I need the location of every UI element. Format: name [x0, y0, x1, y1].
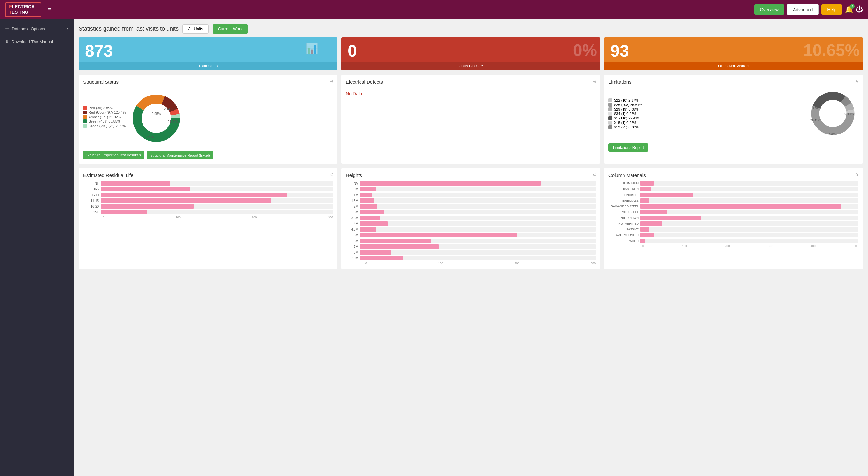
col-bar-fill: [641, 216, 702, 220]
structural-status-panel: Structural Status 🖨 Red (30) 3.85% Red (…: [79, 75, 338, 164]
limit-label-x19: X19 (25) 6.68%: [614, 125, 638, 129]
print-structural-icon[interactable]: 🖨: [329, 78, 334, 84]
advanced-button[interactable]: Advanced: [787, 4, 819, 15]
life-bar-track: [101, 193, 333, 197]
heights-bar-row: 1.5M: [346, 198, 596, 203]
heights-bar-fill: [360, 221, 388, 226]
col-bar-row: NOT KNOWN: [609, 216, 859, 220]
tab-current-work[interactable]: Current Work: [213, 24, 248, 34]
heights-bar-track: [360, 244, 596, 249]
life-bar-fill: [101, 204, 194, 209]
legend-dot-amber: [83, 115, 87, 119]
overview-button[interactable]: Overview: [754, 4, 784, 15]
col-bar-row: NOT VERIFIED: [609, 221, 859, 226]
col-bar-track: [641, 221, 859, 226]
sidebar-item-download-manual[interactable]: ⬇ Download The Manual: [0, 35, 73, 48]
svg-text:21.92%: 21.92%: [168, 120, 179, 124]
life-bar-fill: [101, 187, 190, 191]
content-area: Statistics gained from last visits to un…: [73, 19, 868, 476]
download-icon: ⬇: [5, 39, 9, 44]
life-bar-label: 6-10: [83, 193, 101, 197]
estimated-life-chart: NT 0-5 6-10 11-15 16-20 25+: [83, 181, 333, 214]
sidebar-label-database: Database Options: [12, 27, 45, 31]
estimated-life-panel: Estimated Residual Life 🖨 NT 0-5 6-10 11…: [79, 168, 338, 269]
legend-dot-red: [83, 106, 87, 110]
on-site-card: 0% 0 Units On Site: [341, 37, 600, 70]
life-bar-row: 25+: [83, 210, 333, 214]
limit-label-s29: S29 (19) 5.08%: [614, 107, 638, 111]
heights-bar-label: 6M: [346, 239, 360, 243]
life-bar-fill: [101, 193, 287, 197]
heights-bar-label: 2M: [346, 205, 360, 208]
heights-bar-row: 3.5M: [346, 216, 596, 220]
heights-bar-label: 8M: [346, 251, 360, 254]
life-bar-track: [101, 210, 333, 214]
electrical-defects-panel: Electrical Defects 🖨 No Data: [341, 75, 600, 164]
col-bar-row: MILD STEEL: [609, 210, 859, 214]
heights-bar-fill: [360, 210, 384, 214]
panel-row-2: Estimated Residual Life 🖨 NT 0-5 6-10 11…: [79, 168, 863, 269]
on-site-value: 0: [348, 42, 594, 59]
col-bar-label: NOT VERIFIED: [609, 222, 641, 225]
total-units-label: Total Units: [79, 62, 338, 70]
total-units-value: 873: [85, 42, 331, 59]
col-bar-row: CONCRETE: [609, 193, 859, 197]
heights-bar-fill: [360, 204, 377, 209]
heights-bar-fill: [360, 193, 372, 197]
col-bar-track: [641, 181, 859, 186]
power-icon[interactable]: ⏻: [856, 5, 863, 14]
structural-maintenance-button[interactable]: Structural Maintenance Report (Excel): [147, 151, 213, 159]
life-bar-track: [101, 181, 333, 186]
svg-text:58.85%: 58.85%: [143, 135, 154, 139]
col-bar-fill: [641, 233, 654, 237]
estimated-life-title: Estimated Residual Life: [83, 172, 333, 178]
col-bar-row: CAST IRON: [609, 187, 859, 191]
col-bar-label: MILD STEEL: [609, 211, 641, 214]
limit-dot-s34: [609, 112, 612, 116]
life-bar-track: [101, 187, 333, 191]
col-bar-label: WOOD: [609, 239, 641, 243]
print-heights-icon[interactable]: 🖨: [592, 172, 596, 177]
col-bar-label: PASSIVE: [609, 228, 641, 231]
help-button[interactable]: Help: [822, 4, 842, 15]
sidebar: ☰ Database Options ‹ ⬇ Download The Manu…: [0, 19, 73, 476]
nav-buttons: Overview Advanced Help 🔔 4 ⏻: [754, 4, 863, 15]
col-bar-track: [641, 216, 859, 220]
svg-text:5.08%: 5.08%: [829, 133, 837, 136]
print-life-icon[interactable]: 🖨: [329, 172, 334, 177]
col-bar-label: ALUMINIUM: [609, 182, 641, 185]
col-bar-track: [641, 227, 859, 232]
limit-label-s34: S34 (1) 0.27%: [614, 112, 636, 116]
col-bar-row: WALL MOUNTED: [609, 233, 859, 237]
structural-inspection-button[interactable]: Structural Inspection/Test Results ▾: [83, 151, 145, 159]
column-materials-panel: Column Materials 🖨 ALUMINIUM CAST IRON C…: [604, 168, 863, 269]
print-limitations-icon[interactable]: 🖨: [855, 78, 859, 84]
life-bar-label: 11-15: [83, 199, 101, 202]
heights-bar-track: [360, 204, 596, 209]
limit-dot-s22: [609, 98, 612, 102]
heights-bar-row: 7M: [346, 244, 596, 249]
legend-dot-red-upg: [83, 110, 87, 114]
life-bar-fill: [101, 181, 170, 186]
hamburger-icon[interactable]: ≡: [48, 6, 52, 13]
col-bar-label: NOT KNOWN: [609, 216, 641, 219]
life-bar-fill: [101, 198, 271, 203]
heights-bar-label: 5M: [346, 233, 360, 237]
tab-all-units[interactable]: All Units: [183, 24, 209, 34]
not-visited-card: 10.65% 93 Units Not Visited: [604, 37, 863, 70]
limitations-report-button[interactable]: Limitations Report: [609, 144, 648, 152]
legend-green: Green (459) 58.85%: [83, 120, 126, 123]
legend-red: Red (30) 3.85%: [83, 106, 126, 110]
structural-legend: Red (30) 3.85% Red (Upg.) (97) 12.44% Am…: [83, 106, 126, 128]
heights-bar-fill: [360, 198, 374, 203]
print-electrical-icon[interactable]: 🖨: [592, 78, 596, 84]
heights-bar-row: 4.5M: [346, 227, 596, 232]
notification-icon-wrapper[interactable]: 🔔 4: [845, 5, 853, 14]
heights-bar-label: 10M: [346, 257, 360, 260]
print-materials-icon[interactable]: 🖨: [855, 172, 859, 177]
limitations-layout: S22 (10) 2.67% S26 (208) 55.61% S29 (19)…: [609, 88, 859, 140]
database-icon: ☰: [5, 26, 9, 31]
limit-label-s22: S22 (10) 2.67%: [614, 98, 638, 102]
sidebar-item-database-options[interactable]: ☰ Database Options ‹: [0, 22, 73, 35]
col-bar-label: CONCRETE: [609, 193, 641, 196]
